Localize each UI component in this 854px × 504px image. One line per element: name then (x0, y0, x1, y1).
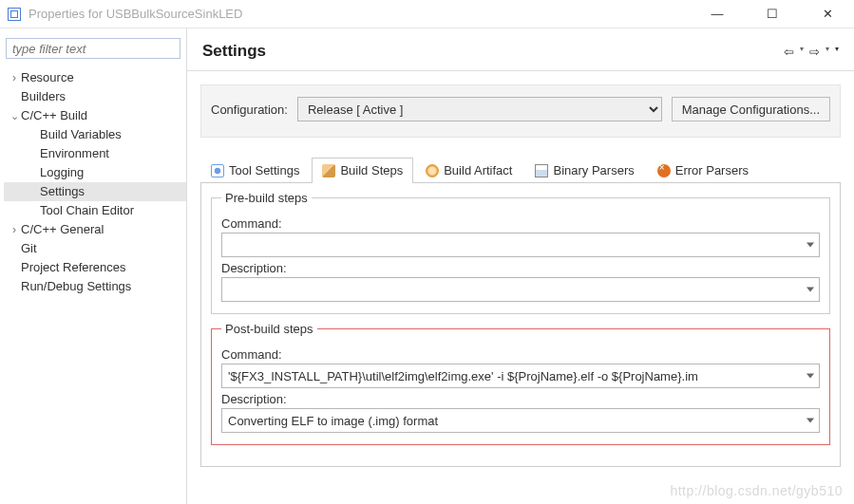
post-command-input[interactable] (221, 364, 820, 388)
back-menu-icon[interactable]: ▾ (800, 45, 804, 59)
config-bar: Configuration: Release [ Active ] Manage… (200, 84, 841, 138)
view-menu-icon[interactable]: ▾ (835, 45, 839, 59)
pre-build-legend: Pre-build steps (221, 191, 312, 205)
post-description-wrap (221, 408, 820, 433)
tree-item-build-variables[interactable]: Build Variables (4, 125, 186, 144)
chevron-right-icon (8, 68, 21, 87)
post-description-label: Description: (221, 392, 820, 406)
content-panel: Settings ⇦▾ ⇨▾ ▾ Configuration: Release … (187, 28, 854, 504)
post-build-legend: Post-build steps (221, 322, 317, 336)
back-icon[interactable]: ⇦ (784, 45, 794, 59)
tree-item-ccgeneral[interactable]: C/C++ General (4, 220, 186, 239)
config-label: Configuration: (211, 103, 288, 117)
post-command-label: Command: (221, 347, 820, 362)
page-title: Settings (202, 42, 784, 61)
tab-build-steps[interactable]: Build Steps (312, 158, 413, 183)
tab-binary-parsers[interactable]: Binary Parsers (524, 158, 644, 183)
window-title: Properties for USBBulkSourceSinkLED (28, 7, 698, 21)
tree-item-git[interactable]: Git (4, 239, 186, 258)
tree-item-ccbuild[interactable]: C/C++ Build (4, 106, 186, 125)
tree-item-project-references[interactable]: Project References (4, 258, 186, 277)
tree-item-toolchain[interactable]: Tool Chain Editor (4, 201, 186, 220)
pre-description-label: Description: (221, 261, 820, 275)
category-tree: Resource Builders C/C++ Build Build Vari… (4, 65, 186, 300)
tree-item-builders[interactable]: Builders (4, 87, 186, 106)
pre-command-label: Command: (221, 216, 820, 231)
titlebar: Properties for USBBulkSourceSinkLED — ☐ … (0, 0, 854, 28)
manage-configurations-button[interactable]: Manage Configurations... (672, 97, 830, 121)
pre-description-wrap (221, 277, 820, 302)
config-select[interactable]: Release [ Active ] (297, 97, 662, 121)
tab-build-artifact[interactable]: Build Artifact (415, 158, 522, 183)
filter-input[interactable] (6, 38, 180, 59)
pre-build-group: Pre-build steps Command: Description: (211, 191, 830, 314)
tab-tool-settings[interactable]: Tool Settings (200, 158, 310, 183)
forward-menu-icon[interactable]: ▾ (826, 45, 829, 59)
post-command-wrap (221, 364, 820, 388)
tree-item-logging[interactable]: Logging (4, 163, 186, 182)
tool-settings-icon (211, 164, 224, 177)
content-header: Settings ⇦▾ ⇨▾ ▾ (187, 28, 854, 71)
minimize-button[interactable]: — (698, 7, 736, 21)
binary-parsers-icon (535, 164, 548, 177)
maximize-button[interactable]: ☐ (753, 7, 791, 21)
app-icon (8, 8, 21, 21)
tree-item-resource[interactable]: Resource (4, 68, 186, 87)
sidebar: Resource Builders C/C++ Build Build Vari… (0, 28, 187, 504)
forward-icon[interactable]: ⇨ (809, 45, 820, 59)
build-artifact-icon (426, 164, 439, 177)
tree-item-settings[interactable]: Settings (4, 182, 186, 201)
pre-description-input[interactable] (221, 277, 820, 302)
pre-command-input[interactable] (221, 233, 820, 257)
filter-box (6, 38, 180, 59)
error-parsers-icon (657, 164, 671, 177)
chevron-right-icon (8, 220, 21, 239)
tab-bar: Tool Settings Build Steps Build Artifact… (200, 157, 841, 183)
tree-item-run-debug[interactable]: Run/Debug Settings (4, 277, 186, 296)
close-button[interactable]: ✕ (808, 7, 846, 21)
pre-command-wrap (221, 233, 820, 257)
chevron-down-icon (8, 106, 21, 125)
build-steps-icon (322, 164, 335, 177)
post-description-input[interactable] (221, 408, 820, 433)
post-build-group: Post-build steps Command: Description: (211, 322, 830, 445)
tree-item-environment[interactable]: Environment (4, 144, 186, 163)
tab-error-parsers[interactable]: Error Parsers (647, 158, 759, 183)
window-buttons: — ☐ ✕ (698, 7, 846, 21)
tab-body: Pre-build steps Command: Description: Po… (200, 183, 841, 467)
nav-buttons: ⇦▾ ⇨▾ ▾ (784, 45, 839, 59)
